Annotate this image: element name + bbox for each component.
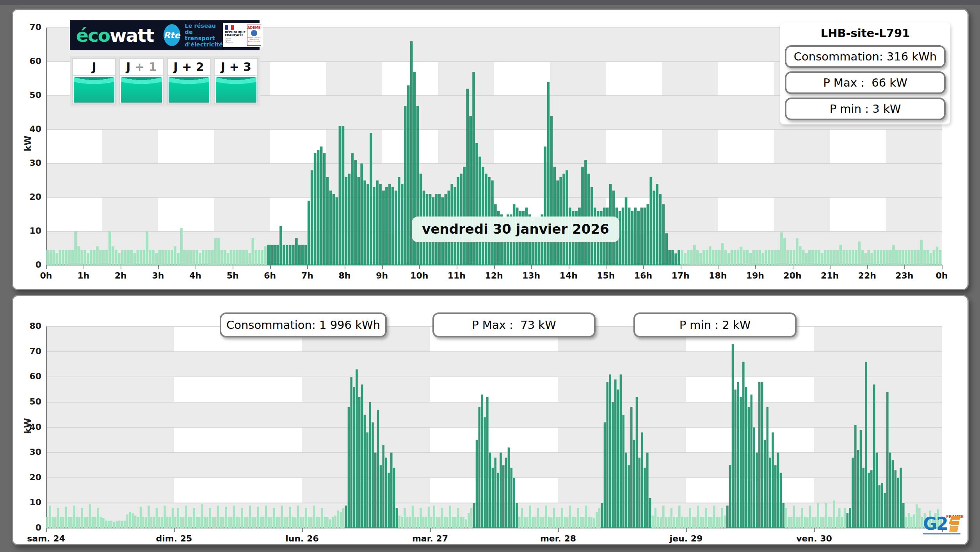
stat-consommation-week: Consommation: 1 996 kWh	[220, 312, 387, 337]
axis-tick	[158, 265, 159, 269]
axis-tick	[233, 265, 233, 269]
axis-tick	[606, 265, 606, 269]
y-tick-label: 30	[18, 158, 41, 168]
government-logos: RÉPUBLIQUE FRANÇAISE LibertéÉgalitéFrate…	[223, 23, 263, 47]
stat-pmax-week: P Max : 73 kW	[432, 312, 596, 337]
date-label: vendredi 30 janvier 2026	[412, 217, 619, 242]
x-tick-label-hour: 9h	[376, 271, 388, 280]
x-tick-label-hour: 18h	[709, 271, 727, 280]
axis-tick	[382, 265, 383, 269]
x-tick-label-hour: 16h	[634, 271, 652, 280]
ecowatt-status-image	[121, 77, 162, 103]
ecowatt-status-image	[74, 77, 114, 103]
axis-tick	[419, 265, 420, 269]
axis-tick	[686, 528, 687, 532]
x-tick-label-hour: 6h	[264, 271, 276, 280]
axis-tick	[558, 528, 559, 532]
y-tick-label: 20	[18, 472, 41, 482]
axis-tick	[84, 265, 84, 269]
day-tile-label: J + 1	[120, 59, 162, 76]
x-tick-label-hour: 8h	[339, 271, 351, 280]
site-stats-card: LHB-site-L791 Consommation: 316 kWh P Ma…	[780, 22, 950, 124]
y-tick-label: 70	[18, 346, 41, 356]
x-tick-label-hour: 2h	[115, 271, 127, 280]
y-tick-label: 40	[18, 124, 41, 134]
y-tick-label: 80	[18, 321, 41, 331]
y-tick-label: 30	[18, 447, 41, 457]
axis-tick	[830, 265, 831, 269]
x-tick-label-hour: 20h	[783, 271, 801, 280]
stat-pmax-day: P Max : 66 kW	[785, 71, 946, 94]
x-tick-label-hour: 10h	[410, 271, 428, 280]
y-tick-label: 50	[18, 397, 41, 406]
day-tile-2: J + 2	[167, 58, 211, 105]
weekly-chart-panel: Consommation: 1 996 kWh P Max : 73 kW P …	[12, 295, 969, 545]
axis-tick	[302, 528, 303, 532]
y-tick-label: 70	[18, 22, 41, 32]
x-tick-label-hour: 19h	[746, 271, 764, 280]
x-tick-label-hour: 21h	[821, 271, 839, 280]
y-tick-label: 50	[18, 90, 41, 100]
ecowatt-logo: écowatt	[76, 25, 153, 46]
axis-tick	[457, 265, 457, 269]
axis-tick	[904, 265, 905, 269]
x-tick-label-hour: 0h	[40, 271, 52, 280]
axis-tick	[755, 265, 756, 269]
x-tick-label-hour: 1h	[77, 271, 89, 280]
ecowatt-banner: écowatt Rte Le réseau de transport d'éle…	[70, 20, 260, 50]
day-tile-1: J + 1	[119, 58, 164, 105]
x-tick-label-hour: 0h	[936, 271, 948, 280]
g2e-name: G2	[923, 516, 948, 532]
day-tile-label: J	[73, 59, 115, 76]
axis-tick	[718, 265, 719, 269]
day-tile-3: J + 3	[214, 58, 258, 105]
daily-chart-panel: kW écowatt Rte Le réseau de transport d'…	[12, 9, 969, 290]
x-tick-label-day: mar. 27	[412, 534, 448, 543]
ademe-globe-icon	[251, 30, 257, 36]
x-tick-label-hour: 15h	[597, 271, 615, 280]
y-tick-label: 20	[18, 192, 41, 202]
y-tick-label: 0	[18, 260, 41, 270]
axis-tick	[46, 528, 47, 532]
x-tick-label-hour: 12h	[485, 271, 503, 280]
french-republic-logo: RÉPUBLIQUE FRANÇAISE LibertéÉgalitéFrate…	[223, 23, 245, 47]
axis-tick	[196, 265, 196, 269]
axis-tick	[643, 265, 644, 269]
axis-tick	[46, 265, 47, 269]
x-tick-label-hour: 5h	[227, 271, 239, 280]
y-tick-label: 10	[18, 226, 41, 236]
axis-tick	[867, 265, 868, 269]
stat-pmin-week: P min : 2 kW	[633, 312, 797, 337]
axis-tick	[942, 265, 943, 269]
y-tick-label: 10	[18, 497, 41, 507]
rte-logo: Rte	[164, 24, 180, 46]
axis-tick	[681, 265, 681, 269]
day-tile-label: J + 3	[215, 59, 257, 76]
x-tick-label-day: mer. 28	[540, 534, 576, 543]
day-tile-0: J	[72, 58, 116, 105]
weekly-chart-plot: Consommation: 1 996 kWh P Max : 73 kW P …	[46, 327, 942, 528]
ademe-logo: ADEME AGENCE DE LA TRANSITION ÉCOLOGIQUE	[247, 25, 261, 46]
site-name: LHB-site-L791	[784, 25, 946, 42]
axis-tick	[345, 265, 345, 269]
axis-tick	[531, 265, 532, 269]
axis-tick	[793, 265, 793, 269]
y-axis-unit-top: kW	[23, 136, 33, 152]
x-tick-label-hour: 11h	[448, 271, 466, 280]
x-tick-label-day: lun. 26	[285, 534, 319, 543]
dashboard: kW écowatt Rte Le réseau de transport d'…	[0, 0, 980, 552]
french-flag-icon	[225, 25, 234, 30]
axis-tick	[307, 265, 308, 269]
x-tick-label-hour: 22h	[858, 271, 876, 280]
axis-tick	[494, 265, 495, 269]
y-tick-label: 60	[18, 56, 41, 66]
stat-pmin-day: P min : 3 kW	[785, 98, 946, 120]
x-tick-label-hour: 17h	[671, 271, 689, 280]
g2e-logo: FRANCE G2	[923, 516, 964, 542]
x-tick-label-hour: 14h	[560, 271, 578, 280]
day-tile-label: J + 2	[168, 59, 210, 76]
y-tick-label: 60	[18, 371, 41, 381]
x-tick-label-day: jeu. 29	[670, 534, 703, 543]
ecowatt-status-image	[169, 77, 209, 103]
x-tick-label-hour: 13h	[522, 271, 540, 280]
